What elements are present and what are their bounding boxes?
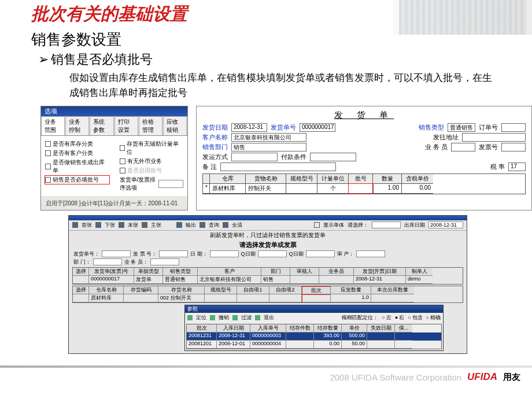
check-sort[interactable]: 发货单/发票排序选项 bbox=[120, 176, 184, 192]
tr1-1[interactable]: 0000000017 bbox=[89, 276, 134, 284]
btn-last[interactable]: 末张 bbox=[128, 221, 138, 229]
tr1-4[interactable]: 北京银泰科技有限公司 bbox=[198, 276, 261, 284]
pr2-6[interactable] bbox=[367, 341, 395, 349]
first-icon[interactable] bbox=[72, 222, 78, 228]
gr-goods[interactable]: 控制开关 bbox=[246, 184, 286, 194]
val-sales[interactable] bbox=[451, 143, 475, 152]
btn-filter[interactable]: 过滤 bbox=[241, 314, 252, 322]
btn-undo[interactable]: 撤销 bbox=[219, 314, 229, 322]
select-combo[interactable] bbox=[372, 221, 401, 228]
pr2-5[interactable]: 50.00 bbox=[342, 341, 367, 349]
tr2-7[interactable] bbox=[302, 294, 331, 302]
gr-qty[interactable]: 1.00 bbox=[373, 184, 402, 194]
gr-batch[interactable] bbox=[349, 184, 373, 194]
chk-showbody[interactable] bbox=[314, 222, 320, 228]
check-foreign[interactable]: 有无外币业务 bbox=[120, 157, 184, 165]
btn-next[interactable]: 下张 bbox=[105, 221, 115, 229]
radio-exact[interactable]: ○精确 bbox=[426, 314, 441, 322]
tab-scope[interactable]: 业务范围 bbox=[41, 116, 65, 135]
btn-export[interactable]: 输出 bbox=[186, 221, 196, 229]
pr2-0[interactable]: 20081201 bbox=[187, 341, 217, 349]
pr1-0[interactable]: 20081231 bbox=[187, 332, 217, 341]
export-icon[interactable] bbox=[176, 222, 182, 228]
btn-exit[interactable]: 退出 bbox=[264, 314, 274, 322]
tr1-7[interactable] bbox=[319, 276, 354, 284]
val-type[interactable]: 普通销售 bbox=[448, 123, 475, 132]
check-batch-required[interactable]: 销售是否必填批号 bbox=[45, 176, 109, 184]
val-inv[interactable] bbox=[501, 143, 526, 152]
radio-left[interactable]: ○左 bbox=[382, 314, 391, 322]
val-ship[interactable] bbox=[231, 153, 278, 161]
pr2-1[interactable]: 2008-12-01 bbox=[217, 341, 250, 349]
f-audit[interactable] bbox=[356, 250, 385, 257]
f-sales2[interactable] bbox=[150, 258, 179, 265]
next-icon[interactable] bbox=[95, 222, 101, 228]
btn-query[interactable]: 查询 bbox=[209, 221, 219, 229]
gr-unit[interactable]: 个 bbox=[317, 184, 349, 194]
tr2-2[interactable] bbox=[124, 294, 158, 302]
val-pay[interactable] bbox=[310, 153, 356, 161]
pr1-3[interactable] bbox=[286, 332, 314, 341]
f-dept2[interactable] bbox=[93, 258, 122, 265]
filter-icon[interactable] bbox=[232, 315, 238, 320]
tr2-1[interactable]: 原材料库 bbox=[89, 294, 124, 302]
tr2-4[interactable] bbox=[205, 294, 237, 302]
val-remark[interactable] bbox=[220, 162, 336, 171]
locate-icon[interactable] bbox=[187, 315, 193, 320]
pr2-4[interactable]: 0.00 bbox=[314, 341, 342, 349]
f-date[interactable] bbox=[210, 250, 239, 257]
tab-price[interactable]: 价格管理 bbox=[139, 116, 162, 135]
tr2-0[interactable] bbox=[73, 294, 89, 302]
tab-print[interactable]: 打印设置 bbox=[114, 116, 138, 135]
main-icon[interactable] bbox=[142, 222, 147, 228]
btn-first[interactable]: 首张 bbox=[82, 221, 92, 229]
check-aux-unit[interactable]: 存货有无辅助计量单位 bbox=[120, 140, 184, 156]
pr2-2[interactable]: 0000000004 bbox=[250, 341, 286, 349]
tr1-6[interactable] bbox=[290, 276, 319, 284]
check-stock-cat[interactable]: 是否有库存分类 bbox=[45, 140, 109, 148]
f-fno[interactable] bbox=[102, 250, 131, 257]
check-enable-batch[interactable]: 是否启用批号 bbox=[120, 167, 184, 175]
tr2-3[interactable]: 002 控制开关 bbox=[158, 294, 205, 302]
tr2-6[interactable] bbox=[269, 294, 302, 302]
check-sale-outstock[interactable]: 是否做销售生成出库单 bbox=[45, 158, 109, 175]
val-order[interactable] bbox=[501, 123, 526, 132]
gr-spec[interactable] bbox=[286, 184, 317, 194]
tr1-0[interactable] bbox=[73, 276, 89, 284]
tab-system[interactable]: 系统参数 bbox=[90, 116, 113, 135]
tr1-5[interactable]: 销售 bbox=[261, 276, 290, 284]
gr-wh[interactable]: 原材料库 bbox=[210, 184, 246, 194]
tr1-3[interactable]: 普通销售 bbox=[163, 276, 198, 284]
sort-select[interactable] bbox=[158, 180, 183, 188]
f-ino[interactable] bbox=[159, 250, 188, 257]
pr1-6[interactable] bbox=[367, 332, 395, 341]
last-icon[interactable] bbox=[119, 222, 124, 228]
val-date[interactable]: 2008-12-31 bbox=[231, 123, 267, 132]
val-outdate[interactable]: 2008-12-31 bbox=[428, 221, 463, 228]
tab-control[interactable]: 业务控制 bbox=[65, 116, 89, 135]
val-no[interactable]: 0000000017 bbox=[300, 123, 335, 132]
gr-price[interactable]: 0.00 bbox=[402, 184, 433, 194]
tr1-8[interactable]: 2008-12-31 bbox=[354, 276, 406, 284]
exit-icon[interactable] bbox=[255, 315, 260, 320]
pr1-5[interactable]: 500.00 bbox=[342, 332, 367, 341]
val-tax[interactable]: 17 bbox=[508, 162, 526, 171]
val-dept[interactable]: 销售 bbox=[231, 143, 306, 152]
tr2-8[interactable]: 1.0 bbox=[331, 294, 371, 302]
pr1-1[interactable]: 2008-12-31 bbox=[217, 332, 250, 341]
tr1-2[interactable]: 发货单 bbox=[134, 276, 163, 284]
btn-main[interactable]: 主张 bbox=[151, 221, 161, 229]
pr2-3[interactable] bbox=[286, 341, 314, 349]
tr2-9[interactable] bbox=[371, 294, 414, 302]
val-addr[interactable] bbox=[462, 133, 526, 142]
query-icon[interactable] bbox=[200, 222, 205, 228]
check-cust-cat[interactable]: 是否有客户分类 bbox=[45, 149, 109, 157]
btn-clear[interactable]: 全清 bbox=[232, 221, 242, 229]
tab-receivable[interactable]: 应收核销 bbox=[163, 116, 187, 135]
pr1-4[interactable]: 393.00 bbox=[314, 332, 342, 341]
btn-locate[interactable]: 定位 bbox=[196, 314, 206, 322]
clear-icon[interactable] bbox=[223, 222, 228, 228]
radio-contain[interactable]: ○包含 bbox=[408, 314, 422, 322]
undo-icon[interactable] bbox=[210, 315, 215, 320]
f-q1[interactable] bbox=[258, 250, 287, 257]
